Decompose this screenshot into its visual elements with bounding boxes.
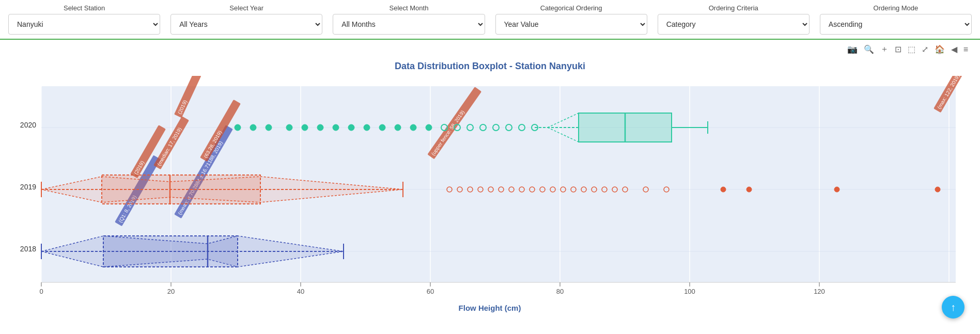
year-control: Select Year All Years 2018 2019 2020 bbox=[170, 4, 322, 35]
chart-title: Data Distribution Boxplot - Station Nany… bbox=[10, 57, 970, 72]
station-select[interactable]: Nanyuki bbox=[8, 14, 160, 35]
ordering-mode-label: Ordering Mode bbox=[820, 4, 972, 12]
svg-point-70 bbox=[395, 124, 401, 131]
camera-icon[interactable]: 📷 bbox=[846, 43, 859, 55]
ordering-criteria-control: Ordering Criteria Category Mean Median bbox=[658, 4, 810, 35]
home-icon[interactable]: 🏠 bbox=[933, 43, 946, 55]
scroll-up-button[interactable]: ↑ bbox=[942, 296, 965, 319]
svg-point-71 bbox=[410, 124, 416, 131]
x-tick-60: 60 bbox=[427, 288, 434, 295]
svg-point-48 bbox=[721, 187, 726, 192]
categorical-ordering-control: Categorical Ordering Year Value Month Va… bbox=[495, 4, 647, 35]
x-tick-0: 0 bbox=[39, 288, 43, 295]
svg-point-49 bbox=[746, 187, 752, 192]
svg-point-67 bbox=[348, 124, 354, 131]
box-select-icon[interactable]: ⊡ bbox=[893, 43, 903, 55]
ordering-criteria-select[interactable]: Category Mean Median bbox=[658, 14, 810, 35]
x-tick-80: 80 bbox=[556, 288, 564, 295]
x-tick-120: 120 bbox=[814, 288, 825, 295]
chart-svg-wrapper: 2020 2019 2018 bbox=[10, 76, 970, 315]
month-label: Select Month bbox=[333, 4, 485, 12]
svg-point-63 bbox=[286, 124, 292, 131]
svg-point-64 bbox=[302, 124, 308, 131]
y-label-2019: 2019 bbox=[20, 183, 36, 191]
svg-point-51 bbox=[935, 187, 940, 192]
svg-point-50 bbox=[834, 187, 839, 192]
year-select[interactable]: All Years 2018 2019 2020 bbox=[170, 14, 322, 35]
station-label: Select Station bbox=[8, 4, 160, 12]
svg-point-65 bbox=[317, 124, 323, 131]
ordering-mode-select[interactable]: Ascending Descending bbox=[820, 14, 972, 35]
lasso-icon[interactable]: ⬚ bbox=[906, 43, 917, 55]
y-label-2018: 2018 bbox=[20, 245, 36, 253]
x-tick-100: 100 bbox=[684, 288, 695, 295]
ordering-mode-control: Ordering Mode Ascending Descending bbox=[820, 4, 972, 35]
svg-point-62 bbox=[266, 124, 272, 131]
year-label: Select Year bbox=[170, 4, 322, 12]
x-axis-label: Flow Height (cm) bbox=[459, 304, 521, 312]
menu-icon[interactable]: ≡ bbox=[962, 44, 970, 55]
svg-point-72 bbox=[426, 124, 432, 131]
categorical-ordering-label: Categorical Ordering bbox=[495, 4, 647, 12]
month-select[interactable]: All Months January February bbox=[333, 14, 485, 35]
back-icon[interactable]: ◀ bbox=[950, 43, 959, 55]
x-tick-20: 20 bbox=[167, 288, 175, 295]
zoom-icon[interactable]: 🔍 bbox=[862, 43, 876, 55]
svg-point-61 bbox=[250, 124, 256, 131]
svg-point-66 bbox=[333, 124, 339, 131]
x-tick-40: 40 bbox=[297, 288, 304, 295]
svg-point-69 bbox=[379, 124, 385, 131]
controls-bar: Select Station Nanyuki Select Year All Y… bbox=[0, 0, 980, 40]
svg-point-68 bbox=[364, 124, 370, 131]
station-control: Select Station Nanyuki bbox=[8, 4, 160, 35]
chart-container: Data Distribution Boxplot - Station Nany… bbox=[0, 57, 980, 326]
plus-icon[interactable]: ＋ bbox=[879, 43, 890, 56]
svg-point-60 bbox=[235, 124, 241, 131]
zoom-to-fit-icon[interactable]: ⤢ bbox=[920, 43, 930, 55]
toolbar-icons: 📷 🔍 ＋ ⊡ ⬚ ⤢ 🏠 ◀ ≡ bbox=[0, 40, 980, 57]
y-label-2020: 2020 bbox=[20, 121, 36, 129]
boxplot-svg: 2020 2019 2018 bbox=[10, 76, 970, 313]
ordering-criteria-label: Ordering Criteria bbox=[658, 4, 810, 12]
categorical-ordering-select[interactable]: Year Value Month Value bbox=[495, 14, 647, 35]
month-control: Select Month All Months January February bbox=[333, 4, 485, 35]
